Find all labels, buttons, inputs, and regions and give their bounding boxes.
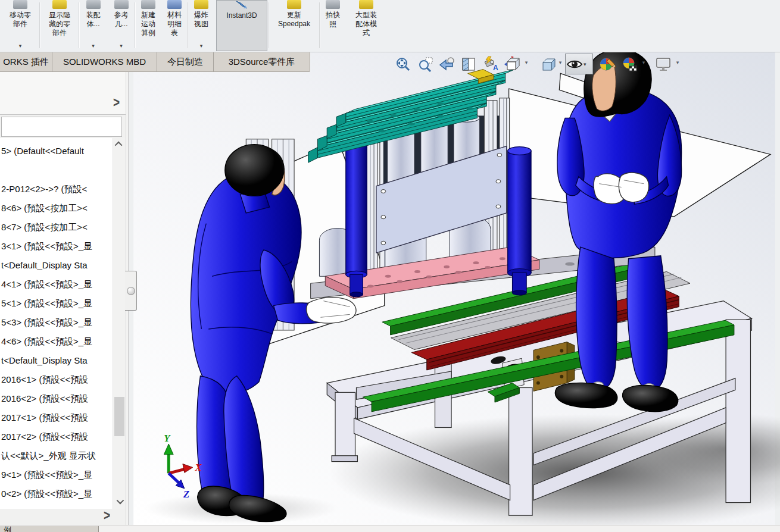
scroll-up-icon[interactable] (113, 138, 126, 151)
tree-item[interactable]: 2016<2> (預設<<預設 (0, 389, 112, 408)
toolbar-separator (268, 2, 269, 48)
tree-item[interactable]: 0<2> (預設<<預設>_显 (0, 484, 112, 503)
update-speedpak-label: 更新 Speedpak (278, 11, 310, 29)
tab-3dsource-parts[interactable]: 3DSource零件库 (214, 52, 310, 71)
feature-manager-panel: > 5> (Default<<Default 2-P012<2>->? (預設<… (0, 72, 126, 525)
move-component-button[interactable]: 移动零 部件 ▾ (1, 0, 39, 51)
tree-item[interactable]: 8<7> (預設<按加工>< (0, 218, 112, 237)
scroll-down-icon[interactable] (113, 495, 126, 508)
view-orientation-dropdown[interactable]: ▾ (523, 60, 529, 65)
update-speedpak-button[interactable]: 更新 Speedpak (269, 0, 319, 51)
tree-scrollbar[interactable] (113, 138, 126, 509)
tree-item[interactable]: 5<3> (預設<<預設>_显 (0, 313, 112, 332)
scrollbar-thumb[interactable] (114, 397, 124, 436)
tree-item[interactable]: t<Default_Display Sta (0, 256, 112, 275)
tab-solidworks-addins[interactable]: ORKS 插件 (0, 52, 52, 71)
assembly-features-dropdown[interactable]: ▾ (92, 43, 95, 51)
tree-item[interactable]: 2017<2> (預設<<預設 (0, 427, 112, 446)
edit-appearance-icon[interactable] (598, 55, 617, 73)
instant3d-label: Instant3D (226, 11, 257, 20)
assembly-features-button[interactable]: 装配 体... ▾ (80, 0, 107, 51)
hide-show-dropdown[interactable]: ▾ (584, 61, 586, 67)
section-view-icon[interactable] (459, 55, 478, 73)
assembly-features-icon (86, 0, 101, 9)
show-hidden-components-icon (52, 0, 67, 9)
reference-geometry-label: 参考 几... (114, 11, 129, 29)
svg-text:A: A (493, 64, 498, 72)
feature-tree-list: 5> (Default<<Default 2-P012<2>->? (預設< 8… (0, 138, 126, 509)
bill-of-materials-button[interactable]: 材料 明细 表 (162, 0, 187, 51)
tree-item[interactable] (0, 161, 112, 180)
large-assembly-mode-icon (359, 0, 373, 9)
tree-item[interactable]: 5> (Default<<Default (0, 142, 112, 161)
instant3d-icon (236, 1, 248, 9)
scroll-right-chevron-icon[interactable]: > (104, 507, 110, 524)
triad-z-label: Z (183, 489, 189, 500)
toolbar-separator (319, 2, 320, 48)
tab-solidworks-mbd[interactable]: SOLIDWORKS MBD (52, 52, 157, 71)
model-tab-fragment[interactable]: 例 (0, 526, 99, 532)
triad-x-label: X (195, 462, 202, 473)
display-style-icon[interactable] (539, 55, 558, 73)
zoom-to-fit-icon[interactable] (394, 55, 413, 73)
bill-of-materials-label: 材料 明细 表 (167, 11, 182, 37)
move-component-icon (13, 0, 27, 9)
tree-item[interactable]: 2-P012<2>->? (預設< (0, 180, 112, 199)
toolbar-separator (39, 2, 40, 48)
exploded-view-dropdown[interactable]: ▾ (200, 43, 203, 51)
toolbar-separator (135, 2, 136, 48)
view-settings-icon[interactable] (654, 55, 673, 73)
new-motion-study-button[interactable]: 新建 运动 算例 (136, 0, 161, 51)
tab-today-manufacturing[interactable]: 今日制造 (157, 52, 214, 71)
apply-scene-icon[interactable] (620, 55, 639, 73)
tree-item[interactable]: t<Default_Display Sta (0, 351, 112, 370)
exploded-view-icon (194, 0, 208, 9)
show-hidden-components-button[interactable]: 显示隐 藏的零 部件 (40, 0, 79, 51)
panel-bottom-bar: > (0, 509, 126, 525)
move-component-label: 移动零 部件 (10, 11, 31, 29)
zoom-to-area-icon[interactable] (416, 55, 435, 73)
instant3d-button[interactable]: Instant3D (216, 0, 267, 51)
collapse-knob-icon (127, 287, 135, 295)
feature-manager-header (0, 72, 126, 93)
feature-tree-filter[interactable] (1, 117, 122, 137)
take-snapshot-icon (326, 0, 340, 9)
large-assembly-mode-button[interactable]: 大型装 配体模 式 (347, 0, 386, 51)
view-orientation-icon[interactable] (503, 55, 522, 73)
reference-geometry-button[interactable]: 参考 几... ▾ (108, 0, 135, 51)
new-motion-study-label: 新建 运动 算例 (141, 11, 155, 37)
take-snapshot-button[interactable]: 拍快 照 (320, 0, 345, 51)
view-settings-dropdown[interactable]: ▾ (675, 60, 681, 65)
toolbar-separator (79, 2, 80, 48)
toolbar-separator (187, 2, 188, 48)
large-assembly-mode-label: 大型装 配体模 式 (355, 11, 377, 37)
reference-geometry-dropdown[interactable]: ▾ (120, 43, 123, 51)
feature-manager-toolbar-row: > (0, 92, 126, 115)
tree-item[interactable]: 8<6> (預設<按加工>< (0, 199, 112, 218)
tree-item[interactable]: 9<1> (預設<<預設>_显 (0, 465, 112, 484)
tree-item[interactable]: 4<1> (預設<<預設>_显 (0, 275, 112, 294)
exploded-view-button[interactable]: 爆炸 视图 ▾ (188, 0, 214, 51)
panel-collapse-handle[interactable] (125, 271, 137, 311)
take-snapshot-label: 拍快 照 (326, 11, 340, 29)
command-manager-toolbar: 移动零 部件 ▾ 显示隐 藏的零 部件 装配 体... ▾ 参考 几... ▾ … (0, 0, 780, 52)
new-motion-study-icon (141, 0, 155, 9)
tree-item[interactable]: 4<6> (預設<<預設>_显 (0, 332, 112, 351)
hide-show-items-button[interactable]: ▾ (565, 54, 593, 74)
tree-item[interactable]: 2017<1> (預設<<預設 (0, 408, 112, 427)
display-style-dropdown[interactable]: ▾ (557, 60, 563, 65)
move-component-dropdown[interactable]: ▾ (19, 43, 22, 51)
annotation-views-icon[interactable]: A (482, 55, 501, 73)
tree-item[interactable]: 5<1> (預設<<預設>_显 (0, 294, 112, 313)
tree-item[interactable]: 2016<1> (預設<<預設 (0, 370, 112, 389)
apply-scene-dropdown[interactable]: ▾ (641, 60, 647, 65)
command-manager-tabs: ORKS 插件 SOLIDWORKS MBD 今日制造 3DSource零件库 (0, 52, 310, 72)
tree-item[interactable]: 3<1> (預設<<預設>_显 (0, 237, 112, 256)
blue-cylinder-left (346, 143, 367, 297)
graphics-area[interactable]: Y X Z (129, 52, 780, 525)
reference-geometry-icon (114, 0, 129, 9)
previous-view-icon[interactable] (438, 55, 457, 73)
tree-item[interactable]: 认<<默认>_外观 显示状 (0, 446, 112, 465)
expand-panel-chevron-icon[interactable]: > (113, 94, 120, 111)
triad-y-label: Y (164, 433, 171, 444)
